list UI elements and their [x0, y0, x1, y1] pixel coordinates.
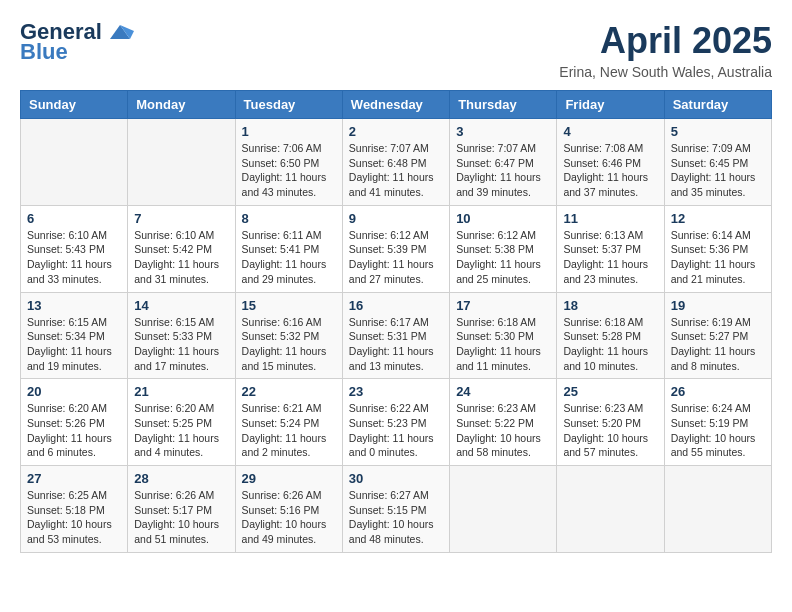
- day-number: 3: [456, 124, 550, 139]
- calendar-cell: 22Sunrise: 6:21 AM Sunset: 5:24 PM Dayli…: [235, 379, 342, 466]
- calendar-cell: 18Sunrise: 6:18 AM Sunset: 5:28 PM Dayli…: [557, 292, 664, 379]
- day-info: Sunrise: 7:07 AM Sunset: 6:47 PM Dayligh…: [456, 141, 550, 200]
- day-info: Sunrise: 7:08 AM Sunset: 6:46 PM Dayligh…: [563, 141, 657, 200]
- calendar-cell: 24Sunrise: 6:23 AM Sunset: 5:22 PM Dayli…: [450, 379, 557, 466]
- day-number: 19: [671, 298, 765, 313]
- day-number: 7: [134, 211, 228, 226]
- day-info: Sunrise: 6:21 AM Sunset: 5:24 PM Dayligh…: [242, 401, 336, 460]
- calendar-cell: 19Sunrise: 6:19 AM Sunset: 5:27 PM Dayli…: [664, 292, 771, 379]
- day-number: 2: [349, 124, 443, 139]
- calendar-week-5: 27Sunrise: 6:25 AM Sunset: 5:18 PM Dayli…: [21, 466, 772, 553]
- calendar-cell: [557, 466, 664, 553]
- calendar-cell: 8Sunrise: 6:11 AM Sunset: 5:41 PM Daylig…: [235, 205, 342, 292]
- calendar-cell: 4Sunrise: 7:08 AM Sunset: 6:46 PM Daylig…: [557, 119, 664, 206]
- day-number: 18: [563, 298, 657, 313]
- calendar-cell: 3Sunrise: 7:07 AM Sunset: 6:47 PM Daylig…: [450, 119, 557, 206]
- day-info: Sunrise: 6:13 AM Sunset: 5:37 PM Dayligh…: [563, 228, 657, 287]
- day-info: Sunrise: 6:16 AM Sunset: 5:32 PM Dayligh…: [242, 315, 336, 374]
- day-info: Sunrise: 6:15 AM Sunset: 5:34 PM Dayligh…: [27, 315, 121, 374]
- day-number: 23: [349, 384, 443, 399]
- day-info: Sunrise: 6:10 AM Sunset: 5:43 PM Dayligh…: [27, 228, 121, 287]
- calendar-cell: 7Sunrise: 6:10 AM Sunset: 5:42 PM Daylig…: [128, 205, 235, 292]
- day-info: Sunrise: 6:17 AM Sunset: 5:31 PM Dayligh…: [349, 315, 443, 374]
- calendar-cell: 26Sunrise: 6:24 AM Sunset: 5:19 PM Dayli…: [664, 379, 771, 466]
- logo: General Blue: [20, 20, 134, 64]
- weekday-header-saturday: Saturday: [664, 91, 771, 119]
- day-info: Sunrise: 6:11 AM Sunset: 5:41 PM Dayligh…: [242, 228, 336, 287]
- calendar-cell: 25Sunrise: 6:23 AM Sunset: 5:20 PM Dayli…: [557, 379, 664, 466]
- calendar-table: SundayMondayTuesdayWednesdayThursdayFrid…: [20, 90, 772, 553]
- day-number: 22: [242, 384, 336, 399]
- weekday-header-friday: Friday: [557, 91, 664, 119]
- day-info: Sunrise: 7:07 AM Sunset: 6:48 PM Dayligh…: [349, 141, 443, 200]
- day-number: 26: [671, 384, 765, 399]
- calendar-cell: [664, 466, 771, 553]
- day-number: 29: [242, 471, 336, 486]
- calendar-cell: 17Sunrise: 6:18 AM Sunset: 5:30 PM Dayli…: [450, 292, 557, 379]
- day-info: Sunrise: 6:27 AM Sunset: 5:15 PM Dayligh…: [349, 488, 443, 547]
- day-info: Sunrise: 6:18 AM Sunset: 5:28 PM Dayligh…: [563, 315, 657, 374]
- day-number: 11: [563, 211, 657, 226]
- calendar-cell: 1Sunrise: 7:06 AM Sunset: 6:50 PM Daylig…: [235, 119, 342, 206]
- calendar-week-1: 1Sunrise: 7:06 AM Sunset: 6:50 PM Daylig…: [21, 119, 772, 206]
- month-year: April 2025: [559, 20, 772, 62]
- day-info: Sunrise: 6:20 AM Sunset: 5:26 PM Dayligh…: [27, 401, 121, 460]
- calendar-cell: 23Sunrise: 6:22 AM Sunset: 5:23 PM Dayli…: [342, 379, 449, 466]
- day-info: Sunrise: 6:18 AM Sunset: 5:30 PM Dayligh…: [456, 315, 550, 374]
- weekday-header-wednesday: Wednesday: [342, 91, 449, 119]
- day-number: 27: [27, 471, 121, 486]
- calendar-week-4: 20Sunrise: 6:20 AM Sunset: 5:26 PM Dayli…: [21, 379, 772, 466]
- day-number: 13: [27, 298, 121, 313]
- day-info: Sunrise: 6:12 AM Sunset: 5:39 PM Dayligh…: [349, 228, 443, 287]
- day-info: Sunrise: 6:25 AM Sunset: 5:18 PM Dayligh…: [27, 488, 121, 547]
- day-number: 30: [349, 471, 443, 486]
- calendar-cell: 15Sunrise: 6:16 AM Sunset: 5:32 PM Dayli…: [235, 292, 342, 379]
- calendar-week-2: 6Sunrise: 6:10 AM Sunset: 5:43 PM Daylig…: [21, 205, 772, 292]
- day-number: 17: [456, 298, 550, 313]
- calendar-cell: [450, 466, 557, 553]
- calendar-cell: 12Sunrise: 6:14 AM Sunset: 5:36 PM Dayli…: [664, 205, 771, 292]
- page-header: General Blue April 2025 Erina, New South…: [20, 20, 772, 80]
- calendar-cell: 6Sunrise: 6:10 AM Sunset: 5:43 PM Daylig…: [21, 205, 128, 292]
- calendar-cell: 28Sunrise: 6:26 AM Sunset: 5:17 PM Dayli…: [128, 466, 235, 553]
- day-number: 15: [242, 298, 336, 313]
- day-number: 14: [134, 298, 228, 313]
- day-info: Sunrise: 6:19 AM Sunset: 5:27 PM Dayligh…: [671, 315, 765, 374]
- weekday-header-tuesday: Tuesday: [235, 91, 342, 119]
- day-number: 20: [27, 384, 121, 399]
- day-info: Sunrise: 6:23 AM Sunset: 5:20 PM Dayligh…: [563, 401, 657, 460]
- day-number: 28: [134, 471, 228, 486]
- calendar-cell: 10Sunrise: 6:12 AM Sunset: 5:38 PM Dayli…: [450, 205, 557, 292]
- day-number: 8: [242, 211, 336, 226]
- calendar-cell: 14Sunrise: 6:15 AM Sunset: 5:33 PM Dayli…: [128, 292, 235, 379]
- day-number: 5: [671, 124, 765, 139]
- day-number: 24: [456, 384, 550, 399]
- weekday-header-row: SundayMondayTuesdayWednesdayThursdayFrid…: [21, 91, 772, 119]
- day-info: Sunrise: 6:26 AM Sunset: 5:17 PM Dayligh…: [134, 488, 228, 547]
- calendar-cell: 5Sunrise: 7:09 AM Sunset: 6:45 PM Daylig…: [664, 119, 771, 206]
- day-info: Sunrise: 6:10 AM Sunset: 5:42 PM Dayligh…: [134, 228, 228, 287]
- location: Erina, New South Wales, Australia: [559, 64, 772, 80]
- title-block: April 2025 Erina, New South Wales, Austr…: [559, 20, 772, 80]
- calendar-cell: 11Sunrise: 6:13 AM Sunset: 5:37 PM Dayli…: [557, 205, 664, 292]
- calendar-cell: 2Sunrise: 7:07 AM Sunset: 6:48 PM Daylig…: [342, 119, 449, 206]
- calendar-cell: 30Sunrise: 6:27 AM Sunset: 5:15 PM Dayli…: [342, 466, 449, 553]
- day-number: 1: [242, 124, 336, 139]
- calendar-cell: 21Sunrise: 6:20 AM Sunset: 5:25 PM Dayli…: [128, 379, 235, 466]
- day-info: Sunrise: 7:06 AM Sunset: 6:50 PM Dayligh…: [242, 141, 336, 200]
- day-number: 25: [563, 384, 657, 399]
- calendar-cell: [128, 119, 235, 206]
- day-info: Sunrise: 6:26 AM Sunset: 5:16 PM Dayligh…: [242, 488, 336, 547]
- day-info: Sunrise: 6:15 AM Sunset: 5:33 PM Dayligh…: [134, 315, 228, 374]
- calendar-week-3: 13Sunrise: 6:15 AM Sunset: 5:34 PM Dayli…: [21, 292, 772, 379]
- calendar-cell: 20Sunrise: 6:20 AM Sunset: 5:26 PM Dayli…: [21, 379, 128, 466]
- day-info: Sunrise: 6:12 AM Sunset: 5:38 PM Dayligh…: [456, 228, 550, 287]
- day-number: 21: [134, 384, 228, 399]
- day-number: 6: [27, 211, 121, 226]
- day-info: Sunrise: 6:22 AM Sunset: 5:23 PM Dayligh…: [349, 401, 443, 460]
- calendar-cell: 16Sunrise: 6:17 AM Sunset: 5:31 PM Dayli…: [342, 292, 449, 379]
- calendar-cell: 27Sunrise: 6:25 AM Sunset: 5:18 PM Dayli…: [21, 466, 128, 553]
- calendar-cell: 9Sunrise: 6:12 AM Sunset: 5:39 PM Daylig…: [342, 205, 449, 292]
- day-info: Sunrise: 7:09 AM Sunset: 6:45 PM Dayligh…: [671, 141, 765, 200]
- day-info: Sunrise: 6:20 AM Sunset: 5:25 PM Dayligh…: [134, 401, 228, 460]
